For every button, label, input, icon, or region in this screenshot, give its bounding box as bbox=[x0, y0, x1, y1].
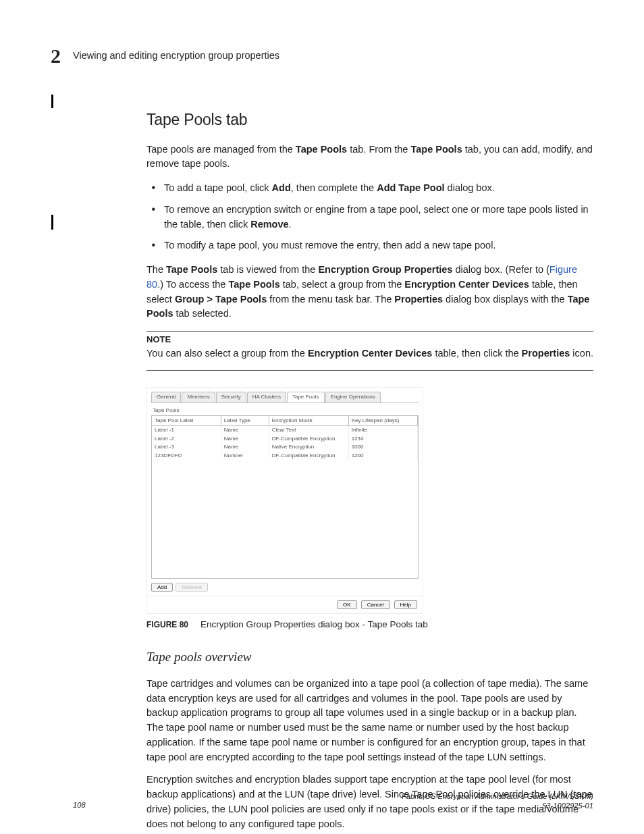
col-lifespan[interactable]: Key Lifespan (days) bbox=[348, 416, 417, 426]
note-body: You can also select a group from the Enc… bbox=[146, 346, 593, 361]
tab-security[interactable]: Security bbox=[216, 392, 246, 402]
figure-label: FIGURE 80 bbox=[146, 620, 188, 629]
col-mode[interactable]: Encryption Mode bbox=[269, 416, 348, 426]
list-item: To modify a tape pool, you must remove t… bbox=[161, 237, 593, 253]
figure-caption: FIGURE 80Encryption Group Properties dia… bbox=[146, 618, 593, 631]
note-heading: NOTE bbox=[146, 333, 593, 346]
doc-title: Fabric OS Encryption Administrator's Gui… bbox=[402, 791, 593, 802]
intro-paragraph: Tape pools are managed from the Tape Poo… bbox=[146, 142, 593, 172]
cancel-button[interactable]: Cancel bbox=[361, 600, 390, 609]
list-item: To add a tape pool, click Add, then comp… bbox=[161, 180, 593, 196]
running-head: Viewing and editing encryption group pro… bbox=[73, 49, 279, 63]
tab-tape-pools[interactable]: Tape Pools bbox=[287, 392, 325, 402]
tape-pools-table[interactable]: Tape Pool Label Label Type Encryption Mo… bbox=[152, 416, 418, 460]
list-item: To remove an encryption switch or engine… bbox=[161, 201, 593, 232]
overview-p1: Tape cartridges and volumes can be organ… bbox=[146, 677, 593, 765]
table-row[interactable]: Label -3 Name Native Encryption 1000 bbox=[152, 443, 418, 451]
table-row[interactable]: Label -1 Name Clear Text Infinite bbox=[152, 426, 418, 435]
ok-button[interactable]: OK bbox=[337, 600, 357, 609]
help-button[interactable]: Help bbox=[394, 600, 417, 609]
subsection-title: Tape pools overview bbox=[146, 648, 593, 667]
add-button[interactable]: Add bbox=[151, 583, 173, 592]
doc-rev: 53-1002925-01 bbox=[402, 801, 593, 811]
table-row[interactable]: 123DFDFD Number DF-Compatible Encryption… bbox=[152, 452, 418, 460]
page-number: 108 bbox=[73, 800, 86, 811]
panel-label: Tape Pools bbox=[153, 407, 423, 414]
tab-members[interactable]: Members bbox=[182, 392, 215, 402]
tab-ha-clusters[interactable]: HA Clusters bbox=[247, 392, 286, 402]
tab-engine-operations[interactable]: Engine Operations bbox=[325, 392, 381, 402]
table-row[interactable]: Label -2 Name DF-Compatible Encryption 1… bbox=[152, 435, 418, 443]
tab-general[interactable]: General bbox=[151, 392, 181, 402]
col-type[interactable]: Label Type bbox=[221, 416, 269, 426]
bullet-list: To add a tape pool, click Add, then comp… bbox=[146, 180, 593, 253]
section-title: Tape Pools tab bbox=[146, 108, 593, 132]
dialog-figure: General Members Security HA Clusters Tap… bbox=[146, 387, 423, 614]
chapter-number: 2 bbox=[51, 41, 61, 71]
access-paragraph: The Tape Pools tab is viewed from the En… bbox=[146, 263, 593, 321]
col-label[interactable]: Tape Pool Label bbox=[152, 416, 221, 426]
remove-button: Remove bbox=[176, 583, 208, 592]
